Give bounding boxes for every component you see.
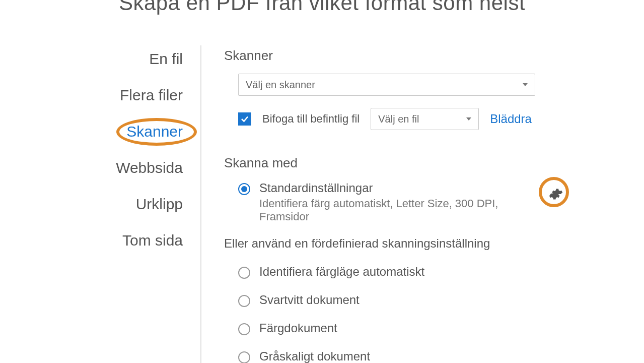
radio-bw-label: Svartvitt dokument (259, 293, 360, 307)
sidebar-item-urklipp[interactable]: Urklipp (136, 196, 183, 213)
radio-color-label: Färgdokument (259, 321, 337, 335)
scanner-select[interactable]: Välj en skanner (238, 74, 535, 96)
sidebar-item-tom-sida[interactable]: Tom sida (122, 232, 183, 249)
radio-auto-color[interactable] (238, 267, 250, 279)
default-settings-row: Standardinställningar Identifiera färg a… (224, 181, 644, 223)
radio-bw[interactable] (238, 295, 250, 307)
highlight-ring-icon (539, 177, 569, 207)
attach-label: Bifoga till befintlig fil (262, 112, 360, 126)
file-select-value: Välj en fil (378, 113, 419, 125)
radio-default-text: Standardinställningar Identifiera färg a… (259, 181, 543, 223)
radio-default-label: Standardinställningar (259, 181, 543, 195)
caret-down-icon (466, 117, 471, 120)
radio-row-grayscale: Gråskaligt dokument (238, 349, 644, 363)
radio-color[interactable] (238, 323, 250, 335)
attach-row: Bifoga till befintlig fil Välj en fil Bl… (238, 108, 644, 130)
sidebar-item-webbsida[interactable]: Webbsida (116, 159, 183, 176)
radio-default-settings[interactable] (238, 183, 250, 195)
radio-grayscale[interactable] (238, 351, 250, 363)
attach-checkbox[interactable] (238, 112, 251, 126)
content-panel: Skanner Välj en skanner Bifoga till befi… (201, 45, 644, 363)
checkmark-icon (240, 114, 249, 124)
caret-down-icon (523, 83, 528, 86)
radio-grayscale-label: Gråskaligt dokument (259, 349, 370, 363)
sidebar: En fil Flera filer Skanner Webbsida Urkl… (0, 45, 201, 363)
settings-button[interactable] (543, 181, 568, 207)
sidebar-item-label: Skanner (126, 123, 183, 140)
radio-row-auto-color: Identifiera färgläge automatiskt (238, 265, 644, 279)
predefined-heading: Eller använd en fördefinierad skanningsi… (224, 236, 644, 251)
browse-button[interactable]: Bläddra (490, 112, 532, 126)
scanner-section-label: Skanner (224, 48, 644, 64)
sidebar-item-en-fil[interactable]: En fil (149, 50, 183, 68)
radio-default-sublabel: Identifiera färg automatiskt, Letter Siz… (259, 197, 543, 223)
main-layout: En fil Flera filer Skanner Webbsida Urkl… (0, 45, 644, 363)
page-title: Skapa en PDF från vilket format som hels… (0, 0, 644, 15)
radio-row-bw: Svartvitt dokument (238, 293, 644, 307)
scanner-select-value: Välj en skanner (246, 79, 315, 91)
scan-with-label: Skanna med (224, 155, 644, 171)
radio-row-color: Färgdokument (238, 321, 644, 335)
sidebar-item-skanner[interactable]: Skanner (126, 123, 183, 140)
sidebar-item-flera-filer[interactable]: Flera filer (120, 87, 183, 104)
radio-auto-color-label: Identifiera färgläge automatiskt (259, 265, 424, 279)
file-select[interactable]: Välj en fil (371, 108, 479, 130)
